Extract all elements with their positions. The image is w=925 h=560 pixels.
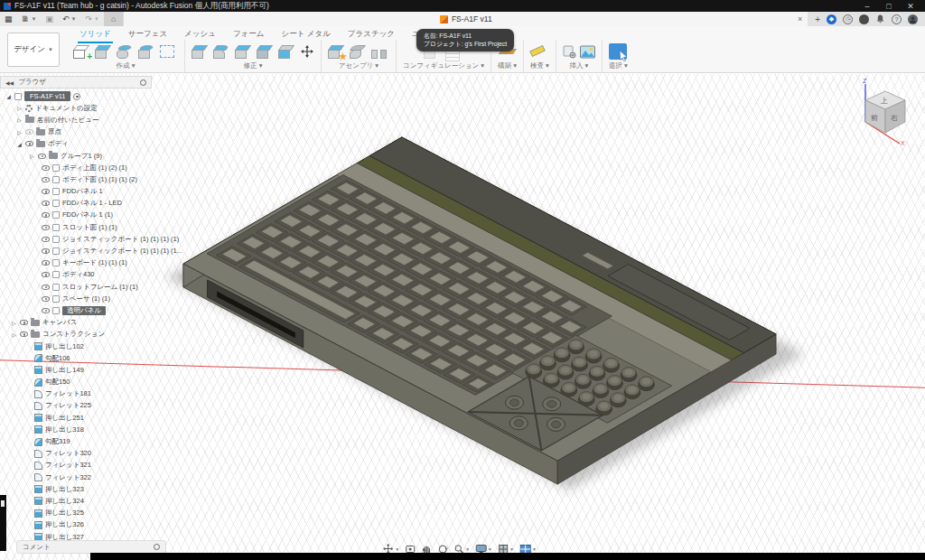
joint-icon[interactable] [350,43,368,60]
root-node[interactable]: ◢ FS-A1F v11 [2,90,152,102]
undo-button[interactable]: ↶▼ [58,14,81,23]
visibility-eye-icon[interactable] [42,225,50,230]
feature-tree-row[interactable]: 押し出し149 [2,364,152,376]
body-tree-row[interactable]: FDDパネル 1 (1) [2,210,152,221]
feature-tree-row[interactable]: 押し出し325 [2,508,152,519]
offset-face-icon[interactable] [278,43,296,60]
home-tab-button[interactable]: ⌂ [104,12,123,26]
node-group1[interactable]: ▷ グループ1 (9) [2,150,152,162]
visibility-eye-icon[interactable] [42,177,50,182]
hole-icon[interactable] [138,43,156,60]
visibility-eye-icon[interactable] [42,237,50,242]
activate-radio-icon[interactable] [73,93,80,100]
construct-group-label[interactable]: 構築 ▾ [498,61,517,71]
document-tab[interactable]: FS-A1F v11 [440,14,492,23]
comment-options-icon[interactable] [154,544,160,550]
close-button[interactable]: ✕ [900,2,921,11]
browser-options-icon[interactable] [140,79,146,86]
visibility-eye-icon[interactable] [42,165,50,171]
insert-group-label[interactable]: 挿入 ▾ [569,61,588,71]
revolve-icon[interactable] [117,43,135,60]
inspect-group-label[interactable]: 検査 ▾ [530,61,549,71]
node-doc-settings[interactable]: ▷ ドキュメントの設定 [2,102,152,114]
visibility-eye-icon[interactable] [25,141,33,146]
notifications-icon[interactable] [859,14,869,24]
extrude-icon[interactable] [95,43,113,60]
feature-tree-row[interactable]: フィレット320 [2,448,152,460]
feature-tree-row[interactable]: フィレット225 [2,400,152,412]
viewport-canvas[interactable]: Z X 上 前 右 ◀◀ ブラウザ ◢ FS-A1F v11 [0,74,925,560]
feature-tree-row[interactable]: 押し出し324 [2,495,152,507]
node-construction-folder[interactable]: ▷ コンストラクション [2,329,152,341]
node-origin[interactable]: ▷ 原点 [2,126,152,138]
visibility-eye-icon[interactable] [42,189,50,194]
tab-close-button[interactable]: × [798,14,802,23]
assemble-group-label[interactable]: アセンブリ ▾ [339,61,378,71]
body-tree-row[interactable]: キーボード (1) (1) (1) [2,257,152,269]
visibility-eye-icon[interactable] [42,260,50,266]
body-tree-row[interactable]: FDDパネル 1 - LED [2,198,152,210]
feature-tree-row[interactable]: 押し出し318 [2,424,152,435]
visibility-eye-icon[interactable] [42,296,50,302]
body-tree-row[interactable]: 透明パネル [2,304,152,316]
visibility-eye-icon[interactable] [42,201,50,206]
pattern-icon[interactable] [160,43,178,60]
select-tool-icon[interactable] [609,43,627,60]
insert-image-icon[interactable] [580,45,595,59]
joint-origin-icon[interactable] [371,43,389,60]
redo-button[interactable]: ↷▼ [80,14,104,23]
body-tree-row[interactable]: ジョイスティックポート (1) (1) (1) (1... [2,245,152,257]
feature-tree-row[interactable]: フィレット322 [2,471,152,483]
body-tree-row[interactable]: ボディ430 [2,269,152,281]
collapse-panel-icon[interactable]: ◀◀ [5,79,14,86]
extensions-icon[interactable]: ◆ [827,14,836,24]
file-menu-button[interactable]: 🗎▼ [17,14,42,23]
view-cube[interactable]: Z X 上 前 右 [847,77,918,147]
body-tree-row[interactable]: スペーサ (1) (1) [2,293,152,304]
visibility-eye-icon[interactable] [42,248,50,254]
minimize-button[interactable]: – [856,2,878,11]
feature-tree-row[interactable]: 勾配106 [2,352,152,364]
job-status-icon[interactable]: ◷ [843,14,853,24]
visibility-eye-icon[interactable] [42,285,50,290]
avatar[interactable] [908,14,918,24]
workspace-switcher[interactable]: デザイン ▼ [7,33,60,67]
feature-tree-row[interactable]: 勾配319 [2,435,152,447]
feature-tree-row[interactable]: フィレット321 [2,460,152,471]
shell-icon[interactable] [235,43,253,60]
feature-tree-row[interactable]: 押し出し251 [2,412,152,424]
body-tree-row[interactable]: スロット面 (1) (1) [2,221,152,233]
create-sketch-icon[interactable]: + [73,43,91,60]
bell-icon[interactable] [875,14,885,24]
visibility-eye-icon[interactable] [20,320,28,325]
feature-tree-row[interactable]: 押し出し326 [2,519,152,531]
select-group-label[interactable]: 選択 ▾ [609,61,628,71]
body-tree-row[interactable]: ボディ下面 (1) (1) (1) (2) [2,173,152,185]
visibility-eye-icon[interactable] [20,331,28,337]
new-component-icon[interactable]: ★ [328,43,346,60]
visibility-eye-icon[interactable] [38,154,46,159]
help-icon[interactable]: ? [892,14,902,24]
visibility-eye-icon[interactable] [42,272,50,277]
body-tree-row[interactable]: ボディ上面 (1) (2) (1) [2,162,152,173]
body-tree-row[interactable]: ジョイスティックポート (1) (1) (1) (1) [2,233,152,245]
combine-icon[interactable] [257,43,275,60]
node-canvases-folder[interactable]: ▷ キャンバス [2,317,152,329]
expand-arrow-icon[interactable]: ◢ [5,93,12,99]
data-panel-toggle[interactable]: ▦ [0,14,17,23]
measure-icon[interactable] [530,43,548,60]
configure-group-label[interactable]: コンフィギュレーション ▾ [403,61,484,71]
new-tab-button[interactable]: + [815,14,820,24]
feature-tree-row[interactable]: 勾配150 [2,377,152,388]
visibility-eye-icon[interactable] [42,212,50,218]
press-pull-icon[interactable] [192,43,210,60]
modify-group-label[interactable]: 修正 ▾ [244,61,263,71]
node-named-views[interactable]: ▷ 名前の付いたビュー [2,114,152,126]
visibility-eye-icon[interactable] [42,308,50,313]
body-tree-row[interactable]: スロットフレーム (1) (1) [2,281,152,293]
visibility-eye-icon[interactable] [25,129,33,135]
body-tree-row[interactable]: FDDパネル 1 [2,186,152,198]
save-button[interactable]: ▣ [41,14,58,23]
comment-bar[interactable]: コメント [16,540,166,554]
node-bodies-folder[interactable]: ◢ ボディ [2,138,152,150]
